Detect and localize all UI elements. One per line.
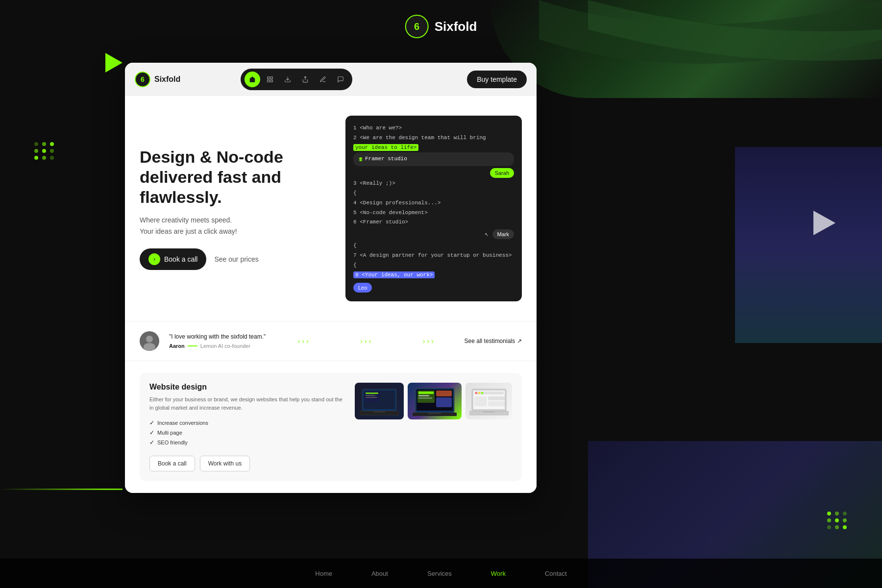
navbar-logo-text: Sixfold (154, 75, 180, 84)
nav-icon-download[interactable] (280, 72, 295, 87)
arrow-group-2: › › › (340, 337, 392, 345)
code-editor-mockup: 1 <Who are we?> 2 <We are the design tea… (345, 116, 522, 301)
code-line-9: 8 <Your ideas, our work> (353, 270, 514, 280)
website-section-card: Website design Either for your business … (140, 373, 522, 481)
arrow-circle-icon: › (148, 253, 160, 265)
testimonial-author-name: Aaron (169, 343, 185, 349)
svg-rect-22 (418, 397, 432, 399)
bottom-nav-services[interactable]: Services (427, 570, 452, 577)
bubble-mark-row: ↖ Mark (353, 229, 514, 239)
code-line-2: 2 <We are the design team that will brin… (353, 133, 514, 143)
buy-template-button[interactable]: Buy template (467, 71, 527, 88)
svg-rect-14 (373, 411, 385, 413)
nav-icon-share[interactable] (297, 72, 313, 87)
check-icon-2: ✓ (149, 429, 154, 436)
white-arrow-decoration (813, 211, 835, 235)
main-container: 6 Sixfold Buy template (125, 63, 537, 493)
check-icon-1: ✓ (149, 419, 154, 426)
top-logo-icon: 6 (405, 15, 429, 38)
book-call-button[interactable]: › Book a call (140, 248, 206, 270)
laptop-image-colorful (408, 383, 462, 419)
bottom-nav-about[interactable]: About (371, 570, 388, 577)
testimonial-quote: "I love working with the sixfold team." (169, 333, 267, 340)
bottom-nav-contact[interactable]: Contact (545, 570, 567, 577)
bottom-nav-work[interactable]: Work (491, 570, 506, 577)
svg-rect-11 (366, 395, 375, 396)
dots-decoration-left (34, 142, 55, 160)
svg-rect-12 (366, 397, 377, 398)
code-line-4: 3 <Really ;)> (353, 179, 514, 189)
bottom-nav-bar: Home About Services Work Contact (0, 559, 882, 588)
svg-rect-19 (436, 397, 452, 407)
hero-subtitle: Where creativity meets speed.Your ideas … (140, 215, 331, 237)
testimonial-author: Aaron Lemon AI co-founder (169, 343, 267, 349)
code-line-8: 7 <A design partner for your startup or … (353, 251, 514, 261)
nav-icon-grid[interactable] (262, 72, 278, 87)
svg-rect-28 (475, 392, 477, 394)
navbar: 6 Sixfold Buy template (125, 63, 537, 96)
arrow-decoration-left (105, 53, 122, 73)
see-prices-link[interactable]: See our prices (214, 255, 258, 263)
bubble-leo-row: Leo (353, 283, 514, 293)
svg-rect-32 (488, 396, 505, 400)
code-line-brace1: { (353, 189, 514, 198)
testimonial-section: "I love working with the sixfold team." … (125, 321, 537, 361)
svg-rect-20 (418, 392, 434, 394)
svg-rect-1 (270, 77, 272, 79)
section-title: Website design (149, 383, 345, 392)
section-images (355, 383, 512, 419)
hero-actions: › Book a call See our prices (140, 248, 331, 270)
nav-icon-edit[interactable] (315, 72, 331, 87)
code-line-5: 4 <Design professionals...> (353, 198, 514, 208)
hero-section: Design & No-code delivered fast and flaw… (125, 96, 537, 321)
svg-rect-35 (483, 411, 495, 413)
svg-rect-29 (478, 392, 480, 394)
code-line-7: 6 <Framer studio> (353, 218, 514, 227)
svg-rect-21 (418, 395, 429, 396)
svg-point-5 (146, 336, 153, 343)
feature-list: ✓ Increase conversions ✓ Multi page ✓ SE… (149, 419, 345, 446)
section-description: Either for your business or brand, we de… (149, 395, 345, 412)
website-design-section: Website design Either for your business … (125, 361, 537, 493)
author-line-divider (188, 345, 197, 346)
section-book-call-button[interactable]: Book a call (149, 456, 195, 471)
section-buttons: Book a call Work with us (149, 456, 345, 471)
svg-rect-10 (366, 392, 378, 394)
nav-icons-group (241, 69, 352, 90)
nav-icon-home[interactable] (245, 72, 260, 87)
hero-title: Design & No-code delivered fast and flaw… (140, 147, 331, 207)
testimonial-author-role: Lemon AI co-founder (200, 343, 250, 349)
svg-rect-0 (268, 77, 270, 79)
testimonial-avatar (140, 331, 159, 351)
nav-icon-message[interactable] (333, 72, 348, 87)
navbar-logo-icon: 6 (135, 72, 150, 87)
dots-decoration-right (827, 512, 848, 529)
code-highlight-green: your ideas to life> (353, 144, 418, 151)
top-brand-area: 6 Sixfold (405, 15, 477, 38)
svg-point-6 (144, 343, 155, 351)
bubble-mark: Mark (492, 229, 514, 239)
code-line-3: your ideas to life> Framer studio (353, 143, 514, 167)
code-line-1: 1 <Who are we?> (353, 123, 514, 133)
feature-item-1: ✓ Increase conversions (149, 419, 345, 426)
feature-item-2: ✓ Multi page (149, 429, 345, 436)
svg-rect-18 (436, 391, 452, 396)
hero-left: Design & No-code delivered fast and flaw… (140, 147, 331, 270)
navbar-logo-area: 6 Sixfold (135, 72, 180, 87)
bubble-sarah: Sarah (490, 168, 514, 178)
feature-item-3: ✓ SEO friendly (149, 439, 345, 446)
check-icon-3: ✓ (149, 439, 154, 446)
bottom-nav-home[interactable]: Home (315, 570, 332, 577)
svg-rect-31 (474, 396, 487, 406)
see-all-testimonials-button[interactable]: See all testimonials ↗ (465, 338, 522, 344)
cursor-icon-mark: ↖ (485, 232, 489, 237)
svg-rect-3 (270, 80, 272, 82)
work-with-us-button[interactable]: Work with us (200, 456, 250, 471)
bubble-sarah-row: Sarah (353, 168, 514, 178)
code-line-6: 5 <No-code development> (353, 208, 514, 218)
green-line-decoration (0, 489, 122, 490)
svg-rect-30 (481, 392, 483, 394)
svg-rect-2 (268, 80, 270, 82)
bubble-leo: Leo (353, 283, 372, 293)
laptop-image-light (466, 383, 512, 419)
